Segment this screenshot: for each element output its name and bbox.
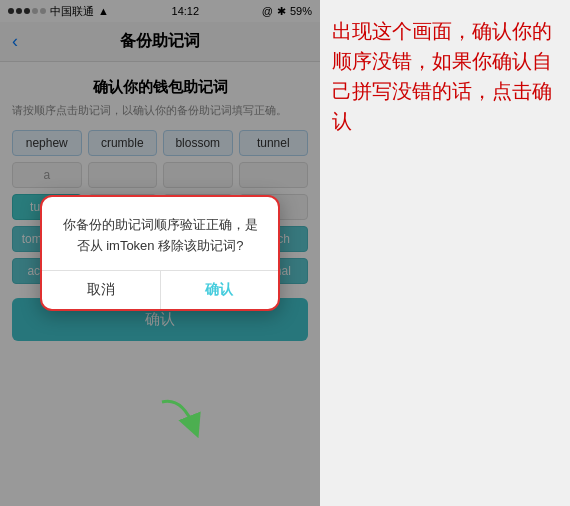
dialog-body: 你备份的助记词顺序验证正确，是否从 imToken 移除该助记词? (42, 197, 278, 271)
dialog-cancel-button[interactable]: 取消 (42, 271, 161, 309)
annotation-panel: 出现这个画面，确认你的顺序没错，如果你确认自己拼写没错的话，点击确认 (320, 0, 570, 506)
phone-container: 中国联通 ▲ 14:12 @ ✱ 59% ‹ 备份助记词 确认你的钱包助记词 请… (0, 0, 320, 506)
dialog-message: 你备份的助记词顺序验证正确，是否从 imToken 移除该助记词? (58, 215, 262, 257)
dialog-box: 你备份的助记词顺序验证正确，是否从 imToken 移除该助记词? 取消 确认 (40, 195, 280, 312)
dialog-overlay: 你备份的助记词顺序验证正确，是否从 imToken 移除该助记词? 取消 确认 (0, 0, 320, 506)
dialog-buttons: 取消 确认 (42, 270, 278, 309)
annotation-text: 出现这个画面，确认你的顺序没错，如果你确认自己拼写没错的话，点击确认 (332, 16, 558, 136)
dialog-confirm-button[interactable]: 确认 (161, 271, 279, 309)
